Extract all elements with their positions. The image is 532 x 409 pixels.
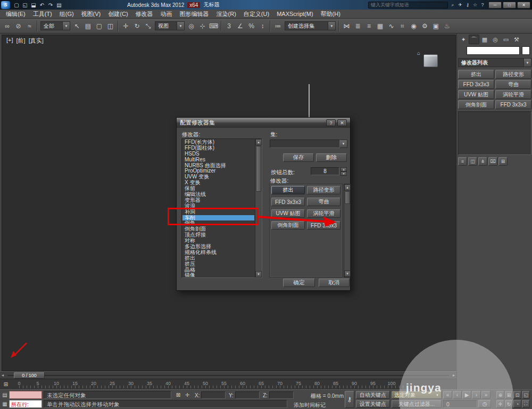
total-buttons-spinner[interactable]: ▲ ▼	[340, 167, 347, 175]
minimize-icon[interactable]: ─	[488, 2, 502, 9]
pin-stack-icon[interactable]: ≡	[458, 157, 467, 166]
menu-item[interactable]: 创建(C)	[104, 10, 131, 18]
current-frame-field[interactable]: 0	[443, 400, 477, 408]
modifier-list-item[interactable]: HSDS	[182, 151, 254, 157]
time-configuration-icon[interactable]: ◷	[478, 400, 491, 408]
select-object-icon[interactable]: ↖	[71, 20, 82, 31]
play-icon[interactable]: ▶	[462, 391, 471, 399]
material-editor-icon[interactable]: ◉	[408, 20, 419, 31]
chevron-down-icon[interactable]: ▼	[524, 58, 531, 67]
menu-item[interactable]: 自定义(U)	[240, 10, 273, 18]
spinner-down-icon[interactable]: ▼	[340, 171, 347, 176]
render-setup-icon[interactable]: ⚙	[419, 20, 430, 31]
slider-left-arrow-icon[interactable]: ◂	[2, 373, 4, 378]
modifier-list-item[interactable]: 顶点焊接	[182, 232, 254, 238]
chevron-down-icon[interactable]: ▼	[63, 21, 70, 30]
scroll-thumb[interactable]	[256, 146, 261, 192]
communication-center-icon[interactable]: ✈	[456, 2, 464, 9]
track-bar[interactable]: ⊞ 05101520253035404550556065707580859095…	[0, 379, 456, 389]
zoom-extents-icon[interactable]: ⊡	[513, 391, 521, 399]
chevron-down-icon[interactable]: ▼	[436, 394, 439, 397]
field-of-view-icon[interactable]: ◔	[513, 400, 521, 408]
modifier-list-item[interactable]: 变形器	[182, 198, 254, 203]
scroll-down-icon[interactable]: ▼	[344, 271, 351, 277]
menu-item[interactable]: 视图(V)	[78, 10, 105, 18]
selection-lock-icon[interactable]: ⊠	[174, 391, 182, 399]
select-and-link-icon[interactable]: ∞	[2, 20, 13, 31]
scroll-up-icon[interactable]: ▲	[255, 139, 262, 145]
menu-item[interactable]: 图形编辑器	[176, 10, 213, 18]
menu-item[interactable]: 组(G)	[56, 10, 78, 18]
modifier-list-item[interactable]: 镜像	[182, 273, 254, 277]
total-buttons-field[interactable]: 8	[311, 167, 339, 175]
save-button[interactable]: 保存	[283, 153, 314, 162]
viewcube-home-icon[interactable]: ⌂	[417, 50, 420, 56]
modifier-button[interactable]: FFD 3x3x3	[495, 100, 531, 109]
tab-hierarchy-icon[interactable]: ▦	[479, 35, 490, 44]
render-production-icon[interactable]: ♨	[442, 20, 453, 31]
scroll-thumb[interactable]	[345, 191, 350, 204]
modifier-list-item[interactable]: MultiRes	[182, 157, 254, 163]
transform-mode-icon[interactable]: ✛	[184, 391, 191, 399]
menu-item[interactable]: 修改器	[132, 10, 157, 18]
menu-item[interactable]: 工具(T)	[29, 10, 56, 18]
window-crossing-icon[interactable]: ◫	[105, 20, 116, 31]
set-keys-button[interactable]: 设置关键点	[356, 400, 390, 408]
ribbon-icon[interactable]: ▦	[375, 20, 386, 31]
modifier-list-item[interactable]: 编辑法线	[182, 192, 254, 198]
key-selected-dropdown[interactable]: 选定对象 ▼	[392, 391, 442, 399]
modifier-list-item[interactable]: 倒角剖面	[182, 226, 254, 232]
modifier-list-item[interactable]: 规格化样条线	[182, 250, 254, 256]
key-filters-button[interactable]: 关键点过滤器...	[392, 400, 442, 408]
zoom-icon[interactable]: ⊕	[496, 391, 504, 399]
select-and-move-icon[interactable]: ✛	[120, 20, 131, 31]
add-time-tag[interactable]: 添加时间标记	[294, 402, 326, 409]
new-scene-icon[interactable]: ▢	[12, 1, 21, 9]
favorites-star-icon[interactable]: ☆	[471, 2, 479, 9]
pan-icon[interactable]: ✛	[496, 400, 504, 408]
modifier-list-item[interactable]: UVW 变换	[182, 174, 254, 180]
modifier-button[interactable]: 路径变形	[495, 70, 531, 79]
align-icon[interactable]: ≣	[352, 20, 363, 31]
modifier-stack[interactable]	[458, 111, 531, 155]
viewport-menu-shading[interactable]: [真实]	[29, 37, 44, 45]
show-end-result-icon[interactable]: ◫	[468, 157, 477, 166]
modifier-button[interactable]: 弯曲	[307, 198, 340, 206]
tab-motion-icon[interactable]: ◎	[490, 35, 501, 44]
tab-create-icon[interactable]: ✦	[458, 35, 469, 44]
chevron-down-icon[interactable]: ▼	[328, 21, 336, 30]
modifier-button[interactable]: UVW 贴图	[458, 90, 494, 99]
mini-listener-field[interactable]: 所在行:	[9, 400, 42, 408]
set-key-icon[interactable]: ⚷	[345, 391, 354, 408]
unlink-selection-icon[interactable]: ⊘	[13, 20, 24, 31]
modifier-button[interactable]: 挤出	[458, 70, 494, 79]
edit-named-selections-icon[interactable]: ≔	[272, 20, 284, 31]
object-color-swatch[interactable]	[522, 46, 530, 55]
chevron-down-icon[interactable]: ▼	[177, 21, 185, 30]
viewport-menu-general[interactable]: [+]	[6, 37, 13, 45]
3ds-max-logo-icon[interactable]: S	[1, 1, 10, 9]
modifier-list-item[interactable]: 挤出	[182, 256, 254, 261]
curve-editor-icon[interactable]: ∿	[386, 20, 397, 31]
select-and-manipulate-icon[interactable]: ⊹	[197, 20, 208, 31]
menu-item[interactable]: 渲染(R)	[213, 10, 240, 18]
cancel-button[interactable]: 取消	[319, 279, 350, 287]
dialog-titlebar[interactable]: 配置修改器集 ? ✕	[177, 118, 350, 128]
spinner-up-icon[interactable]: ▲	[340, 167, 347, 171]
time-slider-track[interactable]	[7, 375, 449, 376]
modifier-list-item[interactable]: ProOptimizer	[182, 168, 254, 174]
modifier-list-item[interactable]: 保留	[182, 186, 254, 192]
orbit-icon[interactable]: ↻	[505, 400, 513, 408]
ok-button[interactable]: 确定	[283, 279, 315, 287]
grid-scrollbar[interactable]: ▲ ▼	[344, 184, 351, 277]
viewcube-cube[interactable]	[423, 54, 438, 67]
tab-display-icon[interactable]: ▭	[501, 35, 511, 44]
rectangular-selection-region-icon[interactable]: ▢	[94, 20, 105, 31]
mirror-icon[interactable]: ⋈	[341, 20, 352, 31]
angle-snap-icon[interactable]: ∠	[235, 20, 246, 31]
snap-toggle-3d-icon[interactable]: 3	[223, 20, 235, 31]
time-slider-handle[interactable]: 0 / 100	[14, 372, 45, 379]
redo-icon[interactable]: ↷	[46, 1, 55, 9]
scroll-up-icon[interactable]: ▲	[344, 184, 351, 191]
zoom-all-icon[interactable]: ⊞	[505, 391, 513, 399]
